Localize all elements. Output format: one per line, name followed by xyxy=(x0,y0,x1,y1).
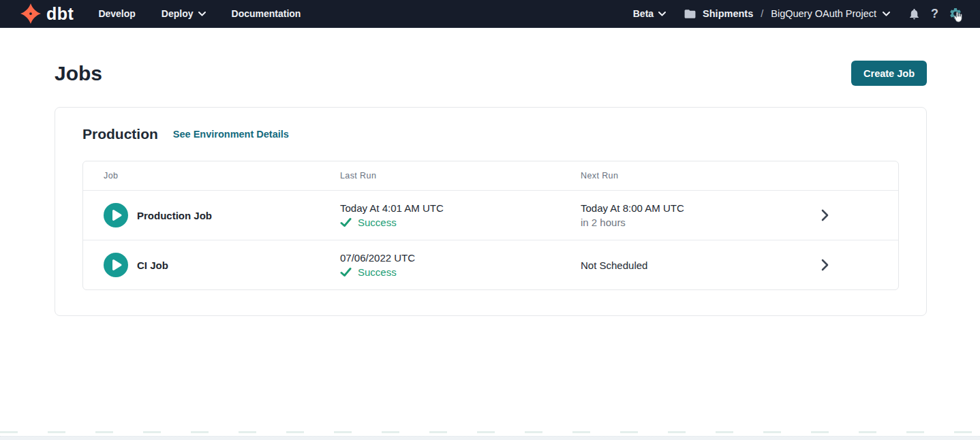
check-icon xyxy=(340,267,352,277)
beta-selector[interactable]: Beta xyxy=(633,8,666,19)
next-run-time: Not Scheduled xyxy=(581,260,806,271)
project-breadcrumb[interactable]: Shipments / BigQuery OAuth Project xyxy=(684,7,890,20)
jobs-table: Job Last Run Next Run Production Job xyxy=(82,161,899,290)
job-name: CI Job xyxy=(137,260,168,271)
status-badge: Success xyxy=(358,217,397,228)
dbt-logo-icon xyxy=(20,3,41,24)
column-header-next-run: Next Run xyxy=(581,171,806,180)
main-content: Jobs Create Job Production See Environme… xyxy=(0,28,980,316)
environment-card: Production See Environment Details Job L… xyxy=(55,107,927,316)
row-open-chevron[interactable] xyxy=(806,209,844,221)
table-header-row: Job Last Run Next Run xyxy=(83,161,898,190)
environment-header: Production See Environment Details xyxy=(82,126,899,142)
page-header: Jobs Create Job xyxy=(0,28,980,86)
nav-item-label: Deploy xyxy=(162,8,194,19)
job-cell: CI Job xyxy=(104,253,340,277)
top-navbar: dbt Develop Deploy Documentation Beta Sh… xyxy=(0,0,980,28)
status-line: Success xyxy=(340,266,581,278)
job-cell: Production Job xyxy=(104,203,340,227)
last-run-time: 07/06/2022 UTC xyxy=(340,252,581,264)
table-row[interactable]: CI Job 07/06/2022 UTC Success Not Schedu… xyxy=(83,240,898,289)
chevron-down-icon xyxy=(658,12,666,16)
bell-icon[interactable] xyxy=(908,7,921,20)
environment-name: Production xyxy=(82,126,158,142)
row-open-chevron[interactable] xyxy=(806,259,844,271)
last-run-cell: Today At 4:01 AM UTC Success xyxy=(340,202,581,228)
page-title: Jobs xyxy=(55,62,102,85)
environment-details-link[interactable]: See Environment Details xyxy=(173,129,289,140)
next-run-note: in 2 hours xyxy=(581,217,806,228)
navbar-right: Beta Shipments / BigQuery OAuth Project … xyxy=(633,7,962,21)
create-job-button[interactable]: Create Job xyxy=(851,61,927,86)
brand-name: dbt xyxy=(46,5,74,22)
dbt-logo[interactable]: dbt xyxy=(20,3,74,24)
nav-item-documentation[interactable]: Documentation xyxy=(232,8,301,19)
status-badge: Success xyxy=(358,266,397,278)
breadcrumb-separator: / xyxy=(759,8,765,19)
nav-item-label: Develop xyxy=(98,8,135,19)
project-name: BigQuery OAuth Project xyxy=(771,8,876,19)
beta-label: Beta xyxy=(633,8,654,19)
primary-nav: Develop Deploy Documentation xyxy=(98,8,301,19)
nav-item-develop[interactable]: Develop xyxy=(98,8,135,19)
chevron-right-icon xyxy=(821,209,829,221)
column-header-last-run: Last Run xyxy=(340,171,581,180)
chevron-down-icon xyxy=(198,12,206,16)
last-run-time: Today At 4:01 AM UTC xyxy=(340,202,581,214)
help-icon[interactable]: ? xyxy=(931,7,938,21)
nav-item-deploy[interactable]: Deploy xyxy=(162,8,206,19)
play-icon[interactable] xyxy=(104,203,128,227)
chevron-down-icon xyxy=(883,12,890,16)
next-run-cell: Today At 8:00 AM UTC in 2 hours xyxy=(581,202,806,228)
chevron-right-icon xyxy=(821,259,829,271)
check-icon xyxy=(340,217,352,227)
bottom-edge-strip xyxy=(0,436,980,440)
play-icon[interactable] xyxy=(104,253,128,277)
folder-icon xyxy=(684,7,696,20)
job-name: Production Job xyxy=(137,210,212,221)
next-run-cell: Not Scheduled xyxy=(581,260,806,271)
gear-icon[interactable] xyxy=(949,7,962,20)
last-run-cell: 07/06/2022 UTC Success xyxy=(340,252,581,278)
next-run-time: Today At 8:00 AM UTC xyxy=(581,202,806,214)
navbar-icons: ? xyxy=(908,7,962,21)
column-header-job: Job xyxy=(104,171,340,180)
status-line: Success xyxy=(340,217,581,228)
account-name: Shipments xyxy=(703,8,753,19)
nav-item-label: Documentation xyxy=(232,8,301,19)
table-row[interactable]: Production Job Today At 4:01 AM UTC Succ… xyxy=(83,190,898,240)
bottom-dashed-divider xyxy=(0,431,980,433)
